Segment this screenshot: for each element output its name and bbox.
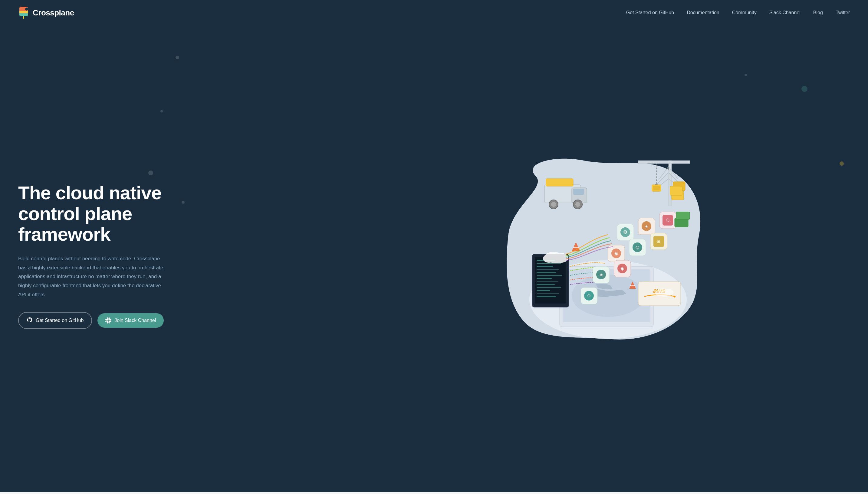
- svg-point-84: [548, 256, 565, 263]
- svg-point-88: [658, 291, 672, 297]
- slack-icon: [105, 318, 111, 323]
- logo[interactable]: Crossplane: [18, 6, 74, 19]
- svg-rect-69: [573, 189, 584, 195]
- nav-link-slack[interactable]: Slack Channel: [769, 10, 800, 15]
- svg-text:⚙: ⚙: [623, 229, 627, 234]
- svg-rect-14: [537, 278, 552, 279]
- decorative-dot-1: [176, 56, 179, 59]
- svg-text:◎: ◎: [636, 245, 639, 250]
- github-icon: [26, 317, 33, 324]
- svg-rect-16: [537, 284, 555, 285]
- hero-section: The cloud native control plane framework…: [0, 25, 868, 492]
- svg-text:◈: ◈: [599, 272, 602, 277]
- svg-text:⬡: ⬡: [666, 218, 669, 223]
- brand-name: Crossplane: [33, 8, 74, 18]
- svg-rect-13: [537, 275, 562, 276]
- svg-text:◈: ◈: [645, 224, 648, 229]
- svg-rect-77: [573, 247, 579, 248]
- svg-point-67: [575, 202, 580, 207]
- nav-link-blog[interactable]: Blog: [813, 10, 823, 15]
- hero-description: Build control planes without needing to …: [18, 254, 169, 299]
- hero-cta-group: Get Started on GitHub Join Slack Channel: [18, 312, 194, 329]
- nav-link-docs[interactable]: Documentation: [687, 10, 719, 15]
- navbar: Crossplane Get Started on GitHub Documen…: [0, 0, 868, 25]
- get-started-github-button[interactable]: Get Started on GitHub: [18, 312, 92, 329]
- svg-rect-74: [676, 212, 690, 220]
- nav-link-twitter[interactable]: Twitter: [836, 10, 850, 15]
- nav-link-community[interactable]: Community: [732, 10, 757, 15]
- svg-rect-80: [630, 285, 635, 286]
- svg-text:⊞: ⊞: [657, 239, 661, 244]
- hero-content: The cloud native control plane framework…: [18, 183, 194, 329]
- crossplane-logo-icon: [18, 6, 29, 19]
- svg-rect-68: [546, 179, 573, 186]
- svg-rect-19: [537, 293, 559, 294]
- hero-illustration: ⚙ ◈ ⬡ ◉: [336, 16, 868, 483]
- svg-rect-18: [537, 290, 550, 291]
- svg-rect-51: [638, 160, 690, 164]
- decorative-dot-3: [148, 171, 153, 175]
- svg-rect-61: [653, 186, 660, 190]
- decorative-dot-2: [160, 110, 163, 112]
- join-slack-button[interactable]: Join Slack Channel: [97, 313, 164, 328]
- svg-text:⊙: ⊙: [587, 293, 591, 298]
- svg-rect-17: [537, 287, 561, 288]
- svg-rect-20: [537, 296, 556, 297]
- svg-rect-11: [537, 269, 559, 270]
- nav-link-github[interactable]: Get Started on GitHub: [626, 10, 674, 15]
- isometric-scene: ⚙ ◈ ⬡ ◉: [499, 151, 711, 348]
- svg-text:◉: ◉: [614, 251, 618, 256]
- svg-text:◉: ◉: [620, 266, 624, 271]
- svg-rect-15: [537, 281, 558, 282]
- slack-button-label: Join Slack Channel: [114, 318, 156, 323]
- svg-point-65: [551, 202, 556, 207]
- footer-bar: [0, 492, 868, 494]
- svg-rect-12: [537, 272, 556, 273]
- hero-title: The cloud native control plane framework: [18, 183, 194, 245]
- svg-point-1: [25, 7, 28, 11]
- svg-rect-10: [537, 266, 553, 267]
- github-button-label: Get Started on GitHub: [36, 318, 84, 323]
- svg-rect-72: [670, 186, 682, 195]
- nav-menu: Get Started on GitHub Documentation Comm…: [626, 10, 850, 15]
